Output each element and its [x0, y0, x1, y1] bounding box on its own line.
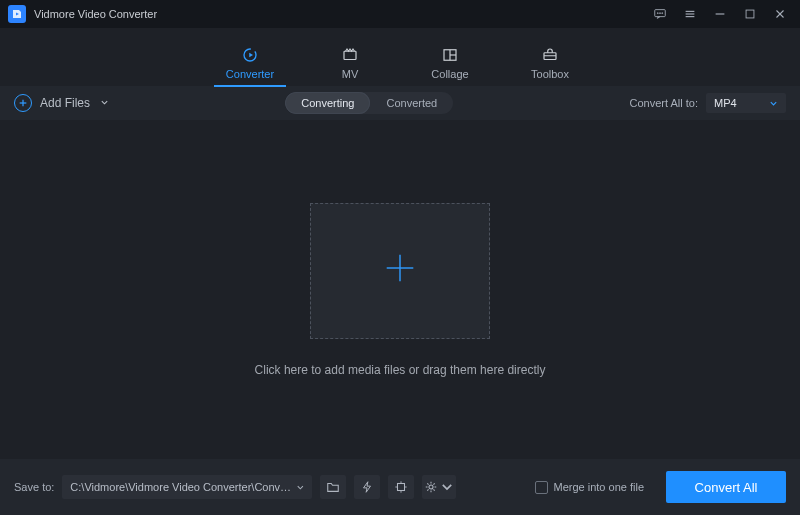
chevron-down-icon [440, 480, 454, 494]
save-path-value: C:\Vidmore\Vidmore Video Converter\Conve… [70, 481, 295, 493]
action-bar: Add Files Converting Converted Convert A… [0, 86, 800, 120]
high-speed-button[interactable] [388, 475, 414, 499]
mv-icon [340, 46, 360, 64]
merge-label: Merge into one file [554, 481, 645, 493]
chevron-down-icon [769, 99, 778, 108]
settings-dropdown-button[interactable] [422, 475, 456, 499]
tab-mv[interactable]: MV [320, 46, 380, 86]
plus-circle-icon [14, 94, 32, 112]
drop-area: Click here to add media files or drag th… [0, 120, 800, 459]
close-button[interactable] [768, 2, 792, 26]
folder-icon [326, 480, 340, 494]
convert-all-button-label: Convert All [695, 480, 758, 495]
segment-converted[interactable]: Converted [370, 92, 453, 114]
title-bar: Vidmore Video Converter [0, 0, 800, 28]
chevron-down-icon [100, 96, 109, 110]
cpu-icon [394, 480, 408, 494]
segment-converting[interactable]: Converting [285, 92, 370, 114]
menu-icon[interactable] [678, 2, 702, 26]
svg-rect-25 [398, 484, 405, 491]
convert-all-button[interactable]: Convert All [666, 471, 786, 503]
svg-rect-14 [344, 51, 356, 59]
save-path-select[interactable]: C:\Vidmore\Vidmore Video Converter\Conve… [62, 475, 312, 499]
maximize-button[interactable] [738, 2, 762, 26]
svg-marker-24 [364, 482, 371, 493]
tab-toolbox[interactable]: Toolbox [520, 46, 580, 86]
format-select-value: MP4 [714, 97, 737, 109]
save-to-label: Save to: [14, 481, 54, 493]
tab-label: Toolbox [531, 68, 569, 80]
main-tabs: Converter MV Collage Toolbox [0, 28, 800, 86]
minimize-button[interactable] [708, 2, 732, 26]
convert-all-to-label: Convert All to: [630, 97, 698, 109]
status-segmented: Converting Converted [285, 92, 453, 114]
add-media-dropbox[interactable] [310, 203, 490, 339]
converter-icon [240, 46, 260, 64]
collage-icon [440, 46, 460, 64]
svg-marker-13 [249, 53, 253, 58]
tab-converter[interactable]: Converter [220, 46, 280, 86]
svg-point-3 [660, 13, 661, 14]
svg-point-2 [657, 13, 658, 14]
format-select[interactable]: MP4 [706, 93, 786, 113]
tab-label: Collage [431, 68, 468, 80]
bottom-bar: Save to: C:\Vidmore\Vidmore Video Conver… [0, 459, 800, 515]
chevron-down-icon [296, 483, 305, 492]
svg-point-4 [662, 13, 663, 14]
app-logo [8, 5, 26, 23]
feedback-icon[interactable] [648, 2, 672, 26]
bolt-icon [360, 480, 374, 494]
hardware-accel-button[interactable] [354, 475, 380, 499]
app-title: Vidmore Video Converter [34, 8, 157, 20]
svg-rect-9 [746, 10, 754, 18]
gear-icon [424, 480, 438, 494]
svg-point-30 [429, 485, 433, 489]
tab-label: Converter [226, 68, 274, 80]
tab-label: MV [342, 68, 359, 80]
drop-hint-text: Click here to add media files or drag th… [255, 363, 546, 377]
plus-icon [381, 249, 419, 292]
merge-checkbox[interactable]: Merge into one file [535, 481, 645, 494]
checkbox-box [535, 481, 548, 494]
toolbox-icon [540, 46, 560, 64]
tab-collage[interactable]: Collage [420, 46, 480, 86]
add-files-button[interactable]: Add Files [14, 94, 109, 112]
open-folder-button[interactable] [320, 475, 346, 499]
add-files-label: Add Files [40, 96, 90, 110]
